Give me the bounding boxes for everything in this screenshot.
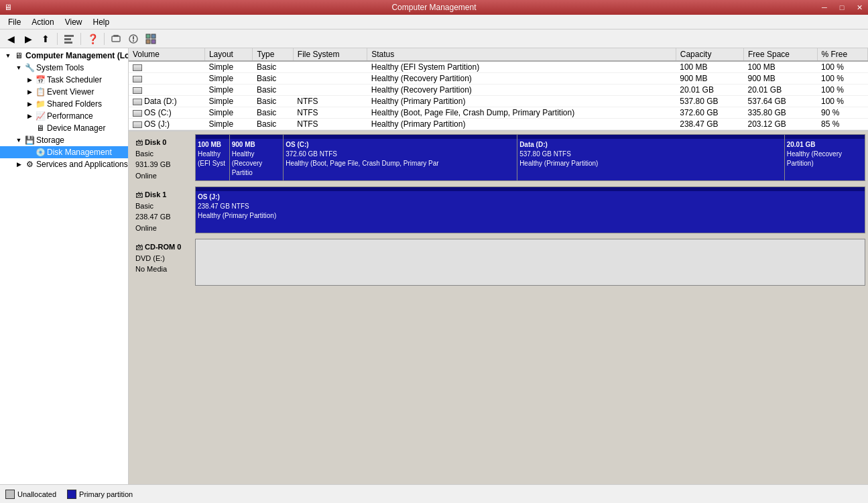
cell-layout: Simple — [204, 96, 253, 107]
col-pct[interactable]: % Free — [817, 48, 868, 61]
tree-device-manager[interactable]: ▶ 🖥 Device Manager — [0, 122, 128, 134]
svg-rect-6 — [133, 36, 134, 40]
status-bar: Unallocated Primary partition — [0, 484, 868, 503]
cell-capacity: 900 MB — [676, 73, 743, 85]
toolbar-sep1 — [57, 33, 58, 45]
volume-table-area: Volume Layout Type File System Status Ca… — [129, 48, 868, 131]
svg-rect-4 — [113, 35, 119, 37]
tree-expand-perf[interactable]: ▶ — [24, 111, 35, 121]
disk-partitions-disk1: OS (J:)238.47 GB NTFSHealthy (Primary Pa… — [195, 186, 865, 233]
partition-disk1-0[interactable]: OS (J:)238.47 GB NTFSHealthy (Primary Pa… — [196, 187, 865, 233]
close-button[interactable]: ✕ — [851, 0, 868, 15]
tree-diskmgmt-label: Disk Management — [47, 148, 112, 157]
tree-expand-stor[interactable]: ▼ — [13, 135, 24, 146]
cell-layout: Simple — [204, 73, 253, 85]
cell-volume: OS (C:) — [129, 107, 204, 119]
maximize-button[interactable]: □ — [833, 0, 851, 15]
cell-capacity: 537.80 GB — [676, 96, 743, 107]
tree-expand-svc[interactable]: ▶ — [13, 159, 24, 170]
svg-rect-10 — [146, 40, 150, 44]
table-row[interactable]: SimpleBasicHealthy (EFI System Partition… — [129, 61, 868, 73]
tree-expand-st[interactable]: ▼ — [13, 62, 24, 73]
tree-panel: ▼ 🖥 Computer Management (Local ▼ 🔧 Syste… — [0, 48, 129, 484]
tree-system-tools[interactable]: ▼ 🔧 System Tools — [0, 62, 128, 74]
volume-drive-icon — [133, 99, 142, 105]
table-row[interactable]: SimpleBasicHealthy (Recovery Partition)2… — [129, 85, 868, 96]
volume-drive-icon — [133, 76, 142, 82]
tree-expand-ev[interactable]: ▶ — [24, 87, 35, 97]
cell-free: 537.64 GB — [743, 96, 817, 107]
col-volume[interactable]: Volume — [129, 48, 204, 61]
partition-sub-disk0-2: Healthy (Boot, Page File, Crash Dump, Pr… — [286, 159, 515, 168]
cell-volume: Data (D:) — [129, 96, 204, 107]
cell-fs — [293, 61, 367, 73]
toolbar-btn3[interactable] — [143, 32, 159, 46]
toolbar-btn1[interactable] — [108, 32, 124, 46]
tree-shared-folders[interactable]: ▶ 📁 Shared Folders — [0, 98, 128, 110]
disk-partitions-disk0: 100 MBHealthy (EFI Syst900 MBHealthy (Re… — [195, 134, 865, 181]
tree-services[interactable]: ▶ ⚙ Services and Applications — [0, 158, 128, 170]
svg-rect-9 — [151, 34, 156, 38]
cell-type: Basic — [253, 119, 293, 130]
toolbar-show-hide[interactable] — [61, 32, 77, 46]
col-status[interactable]: Status — [367, 48, 676, 61]
shared-folders-icon: 📁 — [35, 99, 46, 109]
tree-root[interactable]: ▼ 🖥 Computer Management (Local — [0, 50, 128, 62]
toolbar-up[interactable]: ⬆ — [38, 32, 54, 46]
menu-help[interactable]: Help — [88, 16, 115, 28]
cell-pct: 100 % — [817, 85, 868, 96]
partition-disk0-2[interactable]: OS (C:)372.60 GB NTFSHealthy (Boot, Page… — [284, 135, 517, 180]
cell-type: Basic — [253, 85, 293, 96]
partition-content-disk1-0: OS (J:)238.47 GB NTFSHealthy (Primary Pa… — [196, 191, 865, 222]
col-filesystem[interactable]: File System — [293, 48, 367, 61]
tree-performance[interactable]: ▶ 📈 Performance — [0, 110, 128, 122]
col-capacity[interactable]: Capacity — [676, 48, 743, 61]
table-row[interactable]: OS (C:)SimpleBasicNTFSHealthy (Boot, Pag… — [129, 107, 868, 119]
volume-drive-icon — [133, 87, 142, 94]
partition-sub2-disk0-2: 372.60 GB NTFS — [286, 150, 515, 159]
toolbar-help[interactable]: ❓ — [84, 32, 101, 46]
services-icon: ⚙ — [24, 159, 35, 170]
table-row[interactable]: SimpleBasicHealthy (Recovery Partition)9… — [129, 73, 868, 85]
legend-primary: Primary partition — [67, 490, 133, 499]
tree-expand-sf[interactable]: ▶ — [24, 99, 35, 109]
minimize-button[interactable]: ─ — [816, 0, 833, 15]
tree-dm-label: Device Manager — [47, 123, 105, 133]
menu-action[interactable]: Action — [26, 16, 59, 28]
table-row[interactable]: OS (J:)SimpleBasicNTFSHealthy (Primary P… — [129, 119, 868, 130]
partition-sub-disk1-0: Healthy (Primary Partition) — [198, 211, 863, 221]
tree-disk-management[interactable]: ▶ 💿 Disk Management — [0, 146, 128, 158]
partition-disk0-4[interactable]: 20.01 GBHealthy (Recovery Partition) — [785, 135, 865, 180]
toolbar-back[interactable]: ◀ — [3, 32, 19, 46]
svg-rect-3 — [112, 36, 120, 42]
toolbar-forward[interactable]: ▶ — [20, 32, 36, 46]
disk-row-cdrom0: 🖄 CD-ROM 0DVD (E:)No Media — [131, 239, 865, 286]
col-type[interactable]: Type — [253, 48, 293, 61]
tree-task-scheduler[interactable]: ▶ 📅 Task Scheduler — [0, 74, 128, 86]
tree-expand-ts[interactable]: ▶ — [24, 74, 35, 85]
partition-disk0-1[interactable]: 900 MBHealthy (Recovery Partitio — [230, 135, 284, 180]
menu-view[interactable]: View — [60, 16, 88, 28]
col-freespace[interactable]: Free Space — [743, 48, 817, 61]
tree-expand-root[interactable]: ▼ — [3, 50, 13, 61]
cell-layout: Simple — [204, 85, 253, 96]
tree-event-viewer[interactable]: ▶ 📋 Event Viewer — [0, 86, 128, 98]
partition-disk0-3[interactable]: Data (D:)537.80 GB NTFSHealthy (Primary … — [517, 135, 785, 180]
volume-drive-icon — [133, 110, 142, 117]
partition-sub-disk0-4: Healthy (Recovery Partition) — [787, 150, 863, 168]
cell-capacity: 238.47 GB — [676, 119, 743, 130]
col-layout[interactable]: Layout — [204, 48, 253, 61]
volume-drive-icon — [133, 121, 142, 128]
tree-storage[interactable]: ▼ 💾 Storage — [0, 134, 128, 146]
disk-icon-cdrom0: 🖄 — [135, 243, 145, 251]
svg-rect-7 — [133, 40, 134, 42]
partition-disk0-0[interactable]: 100 MBHealthy (EFI Syst — [196, 135, 230, 180]
cell-type: Basic — [253, 107, 293, 119]
table-row[interactable]: Data (D:)SimpleBasicNTFSHealthy (Primary… — [129, 96, 868, 107]
disk-bold-name-cdrom0: CD-ROM 0 — [145, 243, 181, 251]
menu-file[interactable]: File — [3, 16, 26, 28]
toolbar-btn2[interactable] — [125, 32, 141, 46]
svg-rect-0 — [64, 35, 74, 37]
cell-pct: 90 % — [817, 107, 868, 119]
disk-label-cdrom0: 🖄 CD-ROM 0DVD (E:)No Media — [131, 239, 195, 286]
